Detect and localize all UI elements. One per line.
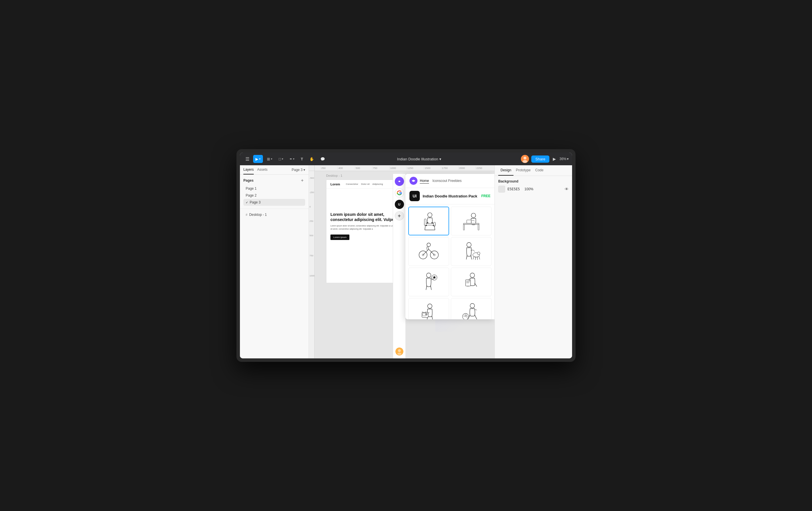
plugin-item-4[interactable] xyxy=(451,237,492,266)
svg-point-49 xyxy=(467,243,471,247)
layers-section: # Desktop - 1 xyxy=(240,209,309,221)
background-opacity: 100% xyxy=(524,187,533,191)
shape-icon: □ xyxy=(279,157,281,161)
tab-assets[interactable]: Assets xyxy=(257,168,267,174)
text-icon: T xyxy=(301,157,303,161)
pack-name: Indian Doodle Illustration Pack xyxy=(423,194,478,198)
text-tool[interactable]: T xyxy=(298,155,306,163)
svg-point-2 xyxy=(523,160,527,163)
right-panel-tabs: Design Prototype Code xyxy=(495,165,572,176)
plugin-nav-home[interactable]: Home xyxy=(420,178,429,183)
ruler-marks-h: 250 400 500 750 1000 1250 1500 1750 2000… xyxy=(315,167,493,170)
svg-line-36 xyxy=(425,225,425,230)
page-item-2[interactable]: Page 2 xyxy=(243,192,305,199)
pages-title: Pages xyxy=(243,178,254,182)
select-tool[interactable]: ▶ ▾ xyxy=(253,155,263,163)
tab-design[interactable]: Design xyxy=(498,165,514,176)
plugin-nav-freebies[interactable]: Iconscout Freebies xyxy=(432,178,461,183)
left-panel: Layers Assets Page 3 ▾ Pages + Page 1 xyxy=(240,165,309,359)
pages-header: Pages + xyxy=(243,178,305,183)
plugin-item-1[interactable] xyxy=(408,207,449,235)
pen-tool[interactable]: ✒ ▾ xyxy=(287,155,297,163)
background-color-swatch[interactable] xyxy=(498,186,505,193)
layer-frame-icon: # xyxy=(246,213,248,217)
select-chevron: ▾ xyxy=(259,158,261,160)
svg-rect-34 xyxy=(425,219,426,225)
background-color-hex: E5E5E5 xyxy=(508,187,520,191)
hand-tool[interactable]: ✋ xyxy=(307,155,316,163)
ruler-left: -500 -250 0 250 500 750 1000 xyxy=(309,171,315,359)
app-window: ☰ ▶ ▾ ⊞ ▾ □ ▾ ✒ ▾ T xyxy=(240,152,572,359)
unsplash-plugin-button[interactable]: U xyxy=(395,200,404,209)
plugin-icon xyxy=(409,177,417,185)
layer-desktop1-label: Desktop - 1 xyxy=(249,213,267,217)
svg-point-58 xyxy=(470,273,475,278)
zoom-control[interactable]: 36% ▾ xyxy=(559,157,569,161)
svg-point-56 xyxy=(426,273,431,278)
plugin-pack-info: UI Indian Doodle Illustration Pack FREE xyxy=(405,188,494,204)
page-selector[interactable]: Page 3 ▾ xyxy=(292,168,305,174)
frame-tool[interactable]: ⊞ ▾ xyxy=(265,155,275,163)
svg-point-29 xyxy=(398,349,401,352)
canvas-area[interactable]: 250 400 500 750 1000 1250 1500 1750 2000… xyxy=(309,165,494,359)
plugin-item-6[interactable] xyxy=(451,267,492,296)
pen-chevron: ▾ xyxy=(293,158,294,160)
add-plugin-button[interactable]: + xyxy=(395,211,404,221)
tab-code[interactable]: Code xyxy=(533,165,546,176)
panel-tabs: Layers Assets Page 3 ▾ xyxy=(240,165,309,175)
plugin-item-5[interactable] xyxy=(408,267,449,296)
plugin-item-8[interactable] xyxy=(451,298,492,319)
page-3-label: Page 3 xyxy=(250,200,261,204)
page-2-label: Page 2 xyxy=(246,193,257,197)
plugin-item-7[interactable] xyxy=(408,298,449,319)
iconscout-plugin-button[interactable] xyxy=(395,177,404,186)
plugin-panel: Home Iconscout Freebies UI Indian Doodle… xyxy=(405,174,494,319)
ruler-top: 250 400 500 750 1000 1250 1500 1750 2000… xyxy=(315,165,494,171)
page-item-3[interactable]: ✓ Page 3 xyxy=(243,199,305,206)
layer-desktop1[interactable]: # Desktop - 1 xyxy=(243,211,305,218)
svg-rect-42 xyxy=(478,224,479,230)
tab-layers[interactable]: Layers xyxy=(243,168,254,174)
user-avatar[interactable] xyxy=(521,155,529,163)
background-title: Background xyxy=(498,179,569,183)
svg-rect-41 xyxy=(463,224,465,230)
svg-point-1 xyxy=(524,157,526,160)
free-badge: FREE xyxy=(481,194,491,198)
svg-point-70 xyxy=(470,304,475,308)
comment-icon: 💬 xyxy=(320,157,325,161)
svg-line-52 xyxy=(473,256,474,259)
frame-logo: Lorem xyxy=(330,182,340,186)
frame-chevron: ▾ xyxy=(271,158,272,160)
add-page-button[interactable]: + xyxy=(299,178,305,183)
preview-button[interactable]: ▶ xyxy=(552,155,557,162)
plugin-item-3[interactable] xyxy=(408,237,449,266)
plugin-nav: Home Iconscout Freebies xyxy=(420,178,491,183)
svg-point-51 xyxy=(477,252,480,255)
page-item-1[interactable]: Page 1 xyxy=(243,185,305,192)
toolbar-right: Share ▶ 36% ▾ xyxy=(511,155,569,163)
shape-chevron: ▾ xyxy=(282,158,283,160)
plugin-item-2[interactable] xyxy=(451,207,492,235)
frame-nav-links: Consectetur Dolor sit Adipiscing xyxy=(346,183,383,186)
toolbar: ☰ ▶ ▾ ⊞ ▾ □ ▾ ✒ ▾ T xyxy=(240,152,572,165)
background-visibility-toggle[interactable]: 👁 xyxy=(564,187,569,191)
frame-icon: ⊞ xyxy=(267,157,270,161)
select-icon: ▶ xyxy=(256,157,258,161)
hand-icon: ✋ xyxy=(310,157,314,161)
google-plugin-button[interactable] xyxy=(395,188,404,197)
tab-prototype[interactable]: Prototype xyxy=(514,165,533,176)
pages-section: Pages + Page 1 Page 2 ✓ Page 3 xyxy=(240,175,309,209)
page-1-label: Page 1 xyxy=(246,187,257,191)
comment-tool[interactable]: 💬 xyxy=(318,155,327,163)
ruler-corner xyxy=(309,165,315,171)
menu-button[interactable]: ☰ xyxy=(243,155,252,163)
main-content: Layers Assets Page 3 ▾ Pages + Page 1 xyxy=(240,165,572,359)
toolbar-left: ☰ ▶ ▾ ⊞ ▾ □ ▾ ✒ ▾ T xyxy=(243,155,327,163)
toolbar-center: Indian Doodle Illustration ▾ xyxy=(329,157,509,161)
shape-tool[interactable]: □ ▾ xyxy=(277,155,286,163)
share-button[interactable]: Share xyxy=(531,155,549,163)
plugin-sidebar-avatar xyxy=(395,347,403,356)
svg-point-48 xyxy=(427,243,431,247)
document-title[interactable]: Indian Doodle Illustration ▾ xyxy=(397,157,441,161)
plugin-sidebar: U + xyxy=(393,174,405,359)
